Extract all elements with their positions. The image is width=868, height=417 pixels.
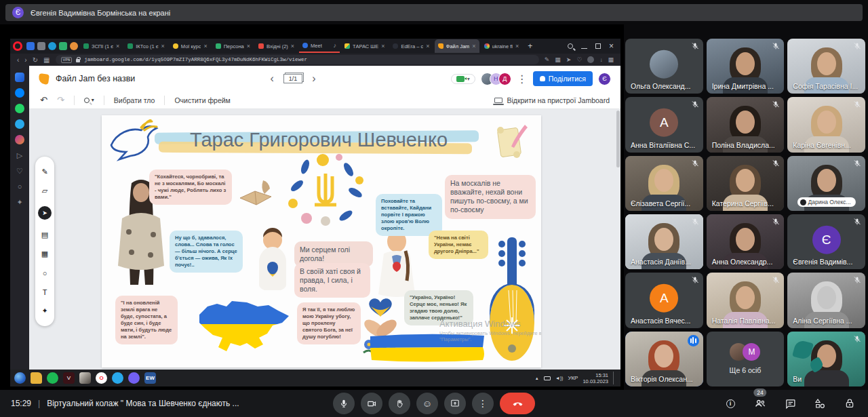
spotify-icon[interactable] [47, 372, 58, 384]
jam-file-title[interactable]: Файл Jam без назви [56, 74, 135, 83]
history-icon[interactable]: ○ [15, 182, 24, 191]
opera-menu-icon[interactable] [13, 41, 22, 51]
volume-icon[interactable]: ◄)) [555, 376, 564, 380]
pen-tool-icon[interactable]: ✎ [41, 167, 47, 176]
participant-tile[interactable]: Наталія Павлівна... [707, 273, 785, 327]
show-desktop-button[interactable] [613, 372, 616, 384]
participant-tile[interactable]: Єлізавета Сергії... [625, 156, 703, 211]
camera-button[interactable] [361, 393, 382, 414]
tab-close-icon[interactable]: × [515, 43, 519, 49]
participant-tile[interactable]: Ольга Олександ... [625, 39, 703, 94]
speed-dial-icon[interactable]: ▦ [43, 56, 50, 64]
tab-edera[interactable]: EdEra – с × [389, 39, 433, 53]
participant-tile[interactable]: Анна Олександр... [707, 214, 785, 269]
laser-tool-icon[interactable]: ✦ [41, 306, 47, 315]
tab-iktco[interactable]: ІКТсо (1 є × [124, 39, 168, 53]
start-button[interactable] [14, 372, 26, 384]
more-options-button[interactable]: ⋮ [472, 393, 494, 414]
quote-note[interactable]: "І на оновленій землі врага не буде, суп… [115, 296, 178, 344]
workspace5-icon[interactable] [70, 42, 78, 50]
snapshot-icon[interactable]: ▦ [555, 56, 561, 63]
participant-tile[interactable]: Ірина Дмитрівна ... [707, 39, 785, 94]
reload-icon[interactable]: ↻ [33, 56, 38, 64]
share-page-icon[interactable]: ➤ [566, 56, 572, 63]
tab-close-icon[interactable]: × [247, 43, 250, 49]
meet-present-chip[interactable]: ▾ [451, 74, 475, 84]
tray-expand-icon[interactable]: ▲ [535, 376, 539, 380]
participant-tile[interactable]: Дарина Олекс... [787, 156, 865, 211]
participant-tile[interactable]: Каріна Євгенівн... [787, 97, 865, 152]
app-v-icon[interactable]: V [63, 372, 75, 384]
participant-tile[interactable]: А Анастасія Вячес... [625, 273, 703, 327]
meeting-details-button[interactable]: i [723, 396, 738, 411]
taskbar-clock[interactable]: 15:31 10.03.2023 [583, 372, 608, 384]
new-tab-button[interactable]: + [524, 41, 536, 51]
shape-tool-icon[interactable]: ○ [43, 269, 47, 277]
tab-jamboard-active[interactable]: Файл Jam × [435, 39, 479, 53]
next-frame-icon[interactable]: › [312, 73, 315, 85]
select-tool-icon[interactable]: ➤ [38, 206, 52, 220]
edit-page-icon[interactable]: ✎ [545, 56, 550, 63]
vpn-badge[interactable]: VPN [61, 57, 73, 63]
quote-note[interactable]: Поховайте та вставайте, Кайдани порвіте … [376, 194, 442, 236]
bookmarks-icon[interactable]: ♡ [15, 166, 24, 176]
telegram-icon[interactable] [15, 119, 24, 129]
image-tool-icon[interactable]: ▦ [41, 250, 48, 258]
profile-icon[interactable] [587, 56, 594, 63]
tab-close-icon[interactable]: × [116, 43, 119, 49]
participant-tile[interactable]: Анастасія Даніїв... [625, 214, 703, 269]
participant-tile[interactable]: Софія Тарасівна І... [787, 39, 865, 94]
tab-drive-taras[interactable]: ТАРАС ШЕ × [341, 39, 388, 53]
bookmark-heart-icon[interactable]: ♡ [576, 56, 582, 63]
quote-note[interactable]: Я так її, я так люблю мою Україну убогу,… [297, 302, 361, 344]
participant-tile[interactable]: Є Євгенія Вадимів... [787, 214, 865, 269]
tab-ukraine[interactable]: ukraine fl × [481, 39, 523, 53]
prev-frame-icon[interactable]: ‹ [270, 73, 273, 85]
tab-close-icon[interactable]: × [161, 43, 165, 49]
word-ew-icon[interactable]: EW [144, 372, 156, 384]
chat-button[interactable] [783, 396, 797, 411]
workspace2-icon[interactable] [37, 42, 45, 50]
present-button[interactable] [444, 393, 466, 414]
workspace1-icon[interactable] [26, 42, 35, 50]
participant-tile[interactable]: Поліна Владисла... [707, 97, 785, 152]
frame-counter[interactable]: 1/1 [283, 74, 303, 83]
downloads-icon[interactable]: ↓ [599, 57, 602, 63]
share-button[interactable]: Поділитися [533, 71, 593, 86]
tab-close-icon[interactable]: × [203, 43, 207, 49]
flow-icon[interactable]: ▷ [15, 151, 24, 160]
more-options-icon[interactable]: ⋮ [517, 73, 528, 85]
textbox-tool-icon[interactable]: T [43, 288, 47, 296]
mic-button[interactable] [333, 393, 355, 414]
tab-close-icon[interactable]: × [381, 43, 384, 49]
opera-taskbar-icon[interactable]: O [96, 372, 107, 384]
participant-tile-speaking[interactable]: Вікторія Олексан... [625, 332, 703, 386]
minimize-button[interactable] [581, 43, 587, 49]
overflow-participants-tile[interactable]: М Ще 6 осіб [707, 332, 785, 386]
quote-note[interactable]: На москалів не вважайте, нехай вони пишу… [445, 175, 536, 219]
tab-courses[interactable]: Мої курс × [170, 39, 211, 53]
participant-tile[interactable]: А Анна Віталіївна С... [625, 97, 703, 152]
undo-icon[interactable]: ↶ [40, 95, 47, 105]
choose-background-button[interactable]: Вибрати тло [114, 96, 155, 104]
tab-persona[interactable]: Персона × [212, 39, 254, 53]
nav-back-icon[interactable]: ‹ [17, 56, 19, 64]
tab-meet[interactable]: Meet ♪ [299, 39, 340, 53]
raise-hand-button[interactable] [389, 393, 410, 414]
quote-note[interactable]: Ну що б, здавалося, слова... Слова та го… [170, 231, 243, 273]
maximize-button[interactable] [595, 43, 601, 49]
reactions-button[interactable]: ☺ [416, 393, 438, 414]
photos-app-icon[interactable] [79, 372, 91, 384]
quote-note[interactable]: "Кохайтеся, чорнобриві, та не з москалям… [149, 170, 232, 205]
participant-tile[interactable]: Катерина Сергіїв... [707, 156, 785, 211]
canvas-scrollbar[interactable] [616, 111, 620, 167]
jamboard-canvas[interactable]: ✎ ▱ ➤ ▤ ▦ ○ T ✦ Тарас Григорович Шевченк… [29, 109, 620, 370]
activities-button[interactable] [812, 396, 827, 411]
tab-close-icon[interactable]: × [426, 43, 429, 49]
instagram-icon[interactable] [15, 135, 24, 144]
open-on-device-button[interactable]: Відкрити на пристрої Jamboard [494, 96, 610, 104]
account-avatar[interactable]: Є [598, 73, 611, 85]
nav-forward-icon[interactable]: › [24, 56, 26, 64]
panels-icon[interactable]: ▦ [608, 56, 614, 63]
quote-note[interactable]: "Нема на світі України, немає другого Дн… [429, 231, 488, 259]
